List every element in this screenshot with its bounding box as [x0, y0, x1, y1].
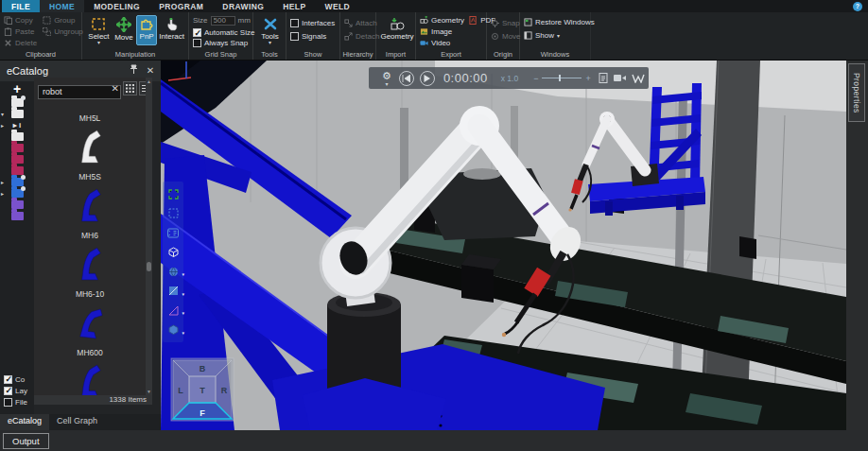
- tree-item-models[interactable]: [0, 96, 34, 108]
- view-editor-icon[interactable]: [166, 226, 180, 239]
- collapse-arrow-icon[interactable]: ▸: [1, 179, 4, 185]
- export-video-button[interactable]: Video: [420, 38, 464, 48]
- slider-handle[interactable]: [559, 75, 561, 81]
- interfaces-label: Interfaces: [302, 19, 335, 27]
- catalog-item-mh5l[interactable]: MH5L: [76, 113, 104, 172]
- pnp-button[interactable]: PnP: [136, 15, 157, 45]
- filter-layouts[interactable]: Lay: [4, 385, 36, 396]
- simulation-settings-button[interactable]: ⚙▾: [382, 70, 391, 86]
- automatic-size-checkbox[interactable]: Automatic Size: [193, 27, 250, 38]
- tab-modeling[interactable]: MODELING: [84, 0, 149, 12]
- folder-icon: [11, 155, 24, 164]
- tree-item-folder-4[interactable]: [0, 165, 34, 176]
- fullscreen-icon[interactable]: [166, 187, 180, 200]
- scroll-up-icon[interactable]: ▲: [146, 78, 152, 84]
- pin-icon[interactable]: [127, 64, 140, 78]
- pnp-icon: [140, 17, 154, 31]
- tree-item-expanded[interactable]: ▾: [0, 108, 34, 119]
- tools-group-label: Tools: [253, 50, 286, 59]
- tree-item-folder-2[interactable]: [0, 142, 34, 153]
- tree-item-folder-3[interactable]: [0, 153, 34, 165]
- show-windows-label: Show: [535, 31, 554, 40]
- ribbon-empty-space: [591, 12, 868, 60]
- scrollbar-thumb[interactable]: [147, 262, 151, 271]
- properties-side-tab[interactable]: Properties: [848, 63, 865, 122]
- clear-search-icon[interactable]: ✕: [112, 82, 119, 95]
- add-collection-button[interactable]: +: [0, 81, 34, 96]
- export-image-button[interactable]: Image: [420, 26, 464, 37]
- main-area: eCatalog ✕ + ▾ ▸▸ i ▸ ▸ Collections «: [0, 61, 868, 430]
- tools-button[interactable]: Tools ▾: [257, 15, 283, 45]
- filter-box-icon: [4, 398, 12, 407]
- fit-view-icon[interactable]: [166, 207, 180, 220]
- expand-arrow-icon[interactable]: ▾: [1, 111, 4, 117]
- interact-icon: [165, 17, 179, 31]
- tree-item-folder-8[interactable]: [0, 210, 34, 221]
- tree-item-info[interactable]: ▸▸ i: [0, 119, 34, 130]
- tree-item-folder-7[interactable]: [0, 199, 34, 210]
- show-windows-button[interactable]: Show▾: [524, 30, 587, 41]
- render-mode-icon[interactable]: [166, 246, 180, 259]
- camera-views-icon[interactable]: ▾: [166, 265, 180, 278]
- tree-item-folder-6[interactable]: ▸: [0, 187, 34, 199]
- interact-button[interactable]: Interact: [158, 15, 185, 45]
- catalog-item-mh5s[interactable]: MH5S: [76, 172, 104, 231]
- tab-file[interactable]: FILE: [2, 0, 40, 12]
- tab-weld[interactable]: WELD: [316, 0, 360, 12]
- speed-decrease-icon[interactable]: −: [533, 74, 538, 83]
- search-input[interactable]: [38, 85, 121, 99]
- 3d-viewport[interactable]: ⚙▾ 0:00:00 x 1.0 − +: [161, 61, 846, 430]
- export-report-icon[interactable]: [599, 73, 608, 83]
- experience-logo-icon[interactable]: [632, 74, 645, 83]
- filter-components[interactable]: Co: [4, 373, 36, 385]
- tab-program[interactable]: PROGRAM: [149, 0, 213, 12]
- grid-view-button[interactable]: [123, 81, 137, 95]
- tab-ecatalog[interactable]: eCatalog: [0, 414, 49, 430]
- speed-increase-icon[interactable]: +: [585, 74, 590, 83]
- filter-files[interactable]: File: [4, 396, 36, 408]
- tab-help[interactable]: HELP: [273, 0, 315, 12]
- catalog-item-mh6[interactable]: MH6: [76, 231, 104, 289]
- collapse-arrow-icon[interactable]: ▸: [1, 190, 4, 197]
- tab-home[interactable]: HOME: [40, 0, 84, 12]
- speed-slider[interactable]: [542, 78, 582, 78]
- collections-tree: + ▾ ▸▸ i ▸ ▸: [0, 81, 34, 414]
- grid-size-input[interactable]: [211, 16, 235, 26]
- reset-simulation-button[interactable]: [399, 71, 414, 86]
- ribbon-group-grid-snap: Size mm Automatic Size Always Snap Grid …: [189, 12, 253, 60]
- catalog-item-name: MH6: [81, 231, 98, 242]
- close-icon[interactable]: ✕: [144, 64, 157, 78]
- tree-item-folder-1[interactable]: [0, 130, 34, 142]
- select-button[interactable]: Select ▾: [86, 15, 112, 45]
- size-unit-label: mm: [238, 16, 251, 25]
- tab-drawing[interactable]: DRAWING: [213, 0, 273, 12]
- tree-item-folder-5[interactable]: ▸: [0, 176, 34, 187]
- restore-windows-button[interactable]: Restore Windows: [524, 17, 587, 27]
- measure-tool-icon[interactable]: ▾: [166, 304, 180, 317]
- import-geometry-button[interactable]: Geometry: [380, 15, 414, 42]
- always-snap-checkbox[interactable]: Always Snap: [193, 38, 250, 48]
- help-icon[interactable]: ?: [853, 2, 862, 11]
- scroll-down-icon[interactable]: ▼: [146, 389, 152, 394]
- catalog-item-mh600[interactable]: MH600: [76, 348, 104, 395]
- tab-cell-graph[interactable]: Cell Graph: [49, 414, 105, 430]
- folder-gear-icon: [11, 189, 24, 198]
- ribbon-group-tools: Tools ▾ Tools: [253, 12, 286, 60]
- catalog-scrollbar[interactable]: ▲ ▼: [146, 78, 152, 395]
- application-window: FILE HOME MODELING PROGRAM DRAWING HELP …: [0, 0, 868, 451]
- interfaces-checkbox[interactable]: Interfaces: [290, 18, 337, 28]
- view-cube[interactable]: B L T R F: [170, 357, 234, 422]
- cube-label-left: L: [178, 386, 183, 395]
- automatic-size-label: Automatic Size: [204, 28, 254, 37]
- play-button[interactable]: [420, 71, 435, 86]
- output-button[interactable]: Output: [3, 433, 49, 449]
- collapse-arrow-icon[interactable]: ▸: [1, 122, 4, 129]
- signals-checkbox[interactable]: Signals: [290, 31, 337, 42]
- record-video-icon[interactable]: [614, 74, 626, 82]
- export-geometry-button[interactable]: Geometry: [420, 15, 464, 26]
- catalog-item-mh6-10[interactable]: MH6-10: [76, 289, 104, 348]
- grid-plane-icon[interactable]: ▾: [166, 285, 180, 298]
- ribbon-group-hierarchy: Attach Detach Hierarchy: [340, 12, 376, 60]
- snap-mode-icon[interactable]: ▾: [166, 323, 180, 337]
- move-button[interactable]: Move: [113, 15, 135, 45]
